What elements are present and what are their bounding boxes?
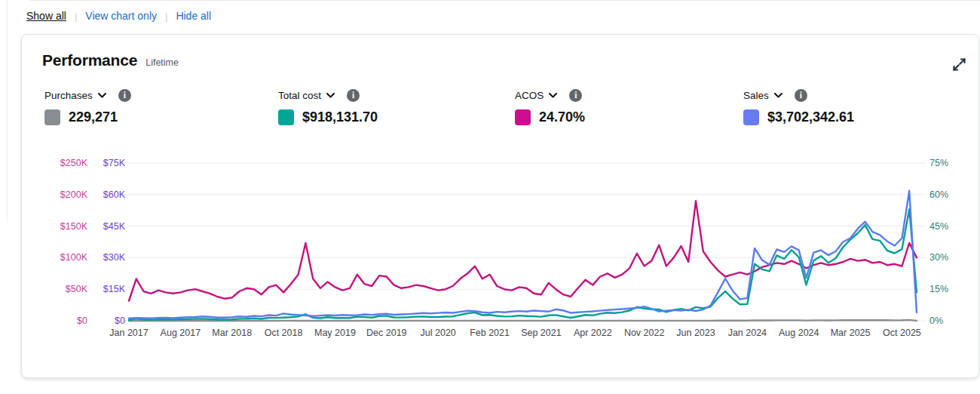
left-panel-divider (7, 0, 8, 223)
y-axis-label-acos: 15% (929, 284, 948, 294)
performance-chart[interactable]: $250K$200K$150K$100K$50K$0$75K$60K$45K$3… (22, 35, 978, 377)
y-axis-label-acos: 30% (929, 252, 948, 263)
sales-line (129, 191, 917, 319)
y-axis-label-cost: $0 (22, 316, 125, 326)
x-axis-label: Oct 2025 (870, 328, 933, 338)
y-axis-label-acos: 0% (929, 316, 943, 326)
y-axis-label-acos: 75% (929, 158, 948, 168)
y-axis-label-cost: $30K (22, 252, 125, 263)
previous-card-bottom-edge (26, 0, 980, 1)
page: Show all | View chart only | Hide all Pe… (0, 0, 980, 394)
y-axis-label-acos: 45% (929, 221, 948, 232)
y-axis-label-acos: 60% (929, 189, 948, 200)
show-all-link[interactable]: Show all (26, 10, 66, 22)
view-chart-only-link[interactable]: View chart only (85, 10, 157, 22)
chart-plot (129, 163, 917, 321)
y-axis-label-cost: $75K (22, 158, 125, 168)
performance-card: Performance Lifetime Purchases i (21, 34, 979, 378)
chart-visibility-controls: Show all | View chart only | Hide all (26, 10, 211, 22)
y-axis-label-cost: $60K (22, 189, 125, 200)
y-axis-label-cost: $15K (22, 284, 125, 294)
link-separator: | (75, 11, 77, 22)
hide-all-link[interactable]: Hide all (176, 10, 211, 22)
y-axis-label-cost: $45K (22, 221, 125, 232)
purchases-line (129, 320, 917, 321)
link-separator: | (165, 11, 167, 22)
